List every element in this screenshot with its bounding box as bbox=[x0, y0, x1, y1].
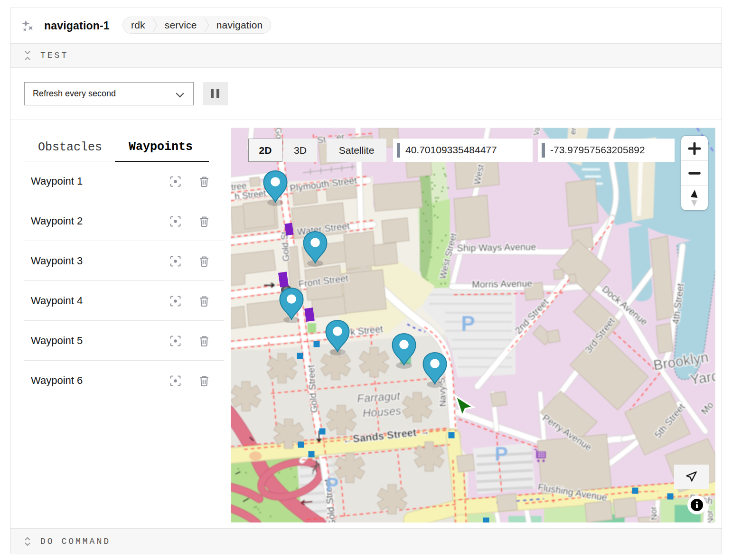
svg-text:Houses: Houses bbox=[362, 404, 402, 420]
svg-text:tree: tree bbox=[231, 180, 247, 192]
svg-text:P: P bbox=[461, 312, 475, 335]
svg-text:Va: Va bbox=[532, 128, 542, 136]
svg-text:P: P bbox=[326, 474, 339, 495]
svg-text:Ship Ways Avenue: Ship Ways Avenue bbox=[457, 242, 536, 253]
svg-text:St: St bbox=[317, 134, 327, 145]
svg-text:P: P bbox=[495, 443, 508, 465]
svg-text:Nor: Nor bbox=[705, 510, 715, 523]
svg-text:Go: Go bbox=[273, 128, 284, 139]
svg-text:er: er bbox=[568, 128, 578, 135]
svg-text:Morris Avenue: Morris Avenue bbox=[472, 278, 533, 289]
svg-text:Gold St: Gold St bbox=[279, 231, 291, 261]
svg-text:Nor: Nor bbox=[648, 506, 659, 521]
